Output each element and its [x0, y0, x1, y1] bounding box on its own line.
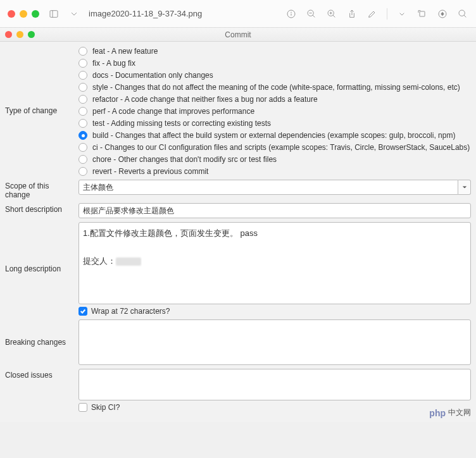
type-radio-label: test - Adding missing tests or correctin…: [92, 119, 271, 128]
info-icon[interactable]: [285, 8, 297, 20]
type-radio-style[interactable]: style - Changes that do not affect the m…: [78, 83, 471, 92]
type-radio-label: feat - A new feature: [92, 47, 158, 56]
type-radio-label: ci - Changes to our CI configuration fil…: [92, 143, 470, 152]
radio-icon[interactable]: [78, 83, 87, 92]
svg-rect-0: [50, 10, 58, 17]
type-radio-ci[interactable]: ci - Changes to our CI configuration fil…: [78, 143, 471, 152]
close-icon[interactable]: [5, 31, 12, 38]
sidebar-toggle-icon[interactable]: [48, 8, 60, 20]
wrap-checkbox[interactable]: [78, 307, 87, 316]
dialog-window-controls[interactable]: [5, 31, 35, 38]
skip-ci-checkbox[interactable]: [78, 403, 87, 412]
short-description-input[interactable]: 根据产品要求修改主题颜色: [78, 203, 471, 218]
commit-form: Type of change feat - A new featurefix -…: [0, 42, 476, 422]
closed-issues-input[interactable]: [78, 369, 471, 400]
type-radio-label: fix - A bug fix: [92, 59, 135, 68]
zoom-in-icon[interactable]: [326, 8, 337, 20]
skip-ci-label: Skip CI?: [91, 403, 120, 412]
breaking-changes-textarea[interactable]: [78, 319, 471, 365]
maximize-icon[interactable]: [28, 31, 35, 38]
long-description-textarea[interactable]: 1.配置文件修改主题颜色，页面发生变更。 pass 提交人：: [78, 222, 471, 304]
watermark: php 中文网: [429, 407, 471, 418]
search-icon[interactable]: [457, 8, 468, 20]
radio-icon[interactable]: [78, 119, 87, 128]
radio-icon[interactable]: [78, 71, 87, 80]
radio-icon[interactable]: [78, 59, 87, 68]
triangle-down-icon: [462, 183, 467, 192]
type-radio-chore[interactable]: chore - Other changes that don't modify …: [78, 155, 471, 164]
type-radio-label: build - Changes that affect the build sy…: [92, 131, 455, 140]
markup-icon[interactable]: [366, 8, 378, 20]
type-of-change-label: Type of change: [5, 46, 78, 176]
short-description-label: Short description: [5, 203, 78, 218]
type-radio-docs[interactable]: docs - Documentation only changes: [78, 71, 471, 80]
minimize-icon[interactable]: [16, 31, 23, 38]
scope-label: Scope of this change: [5, 180, 78, 199]
type-radio-label: revert - Reverts a previous commit: [92, 167, 208, 176]
highlight-icon[interactable]: [437, 8, 448, 20]
breaking-changes-label: Breaking changes: [5, 319, 78, 365]
rotate-icon[interactable]: [416, 8, 428, 20]
close-icon[interactable]: [8, 10, 15, 18]
maximize-icon[interactable]: [32, 10, 39, 18]
radio-icon[interactable]: [78, 167, 87, 176]
type-radio-perf[interactable]: perf - A code change that improves perfo…: [78, 107, 471, 116]
skip-ci-checkbox-row[interactable]: Skip CI?: [78, 403, 471, 412]
type-radio-label: refactor - A code change that neither fi…: [92, 95, 318, 104]
watermark-text: 中文网: [448, 407, 471, 418]
radio-icon[interactable]: [78, 107, 87, 116]
radio-icon[interactable]: [78, 131, 87, 140]
closed-issues-label: Closed issues: [5, 369, 78, 412]
radio-icon[interactable]: [78, 155, 87, 164]
type-radio-label: perf - A code change that improves perfo…: [92, 107, 254, 116]
svg-point-4: [291, 12, 292, 13]
scope-value[interactable]: 主体颜色: [78, 180, 458, 195]
dialog-title: Commit: [0, 30, 476, 39]
type-radio-revert[interactable]: revert - Reverts a previous commit: [78, 167, 471, 176]
share-icon[interactable]: [346, 8, 358, 20]
svg-point-14: [459, 10, 465, 16]
svg-rect-12: [420, 11, 425, 16]
wrap-label: Wrap at 72 characters?: [91, 307, 170, 316]
type-radio-build[interactable]: build - Changes that affect the build sy…: [78, 131, 471, 140]
type-radio-refactor[interactable]: refactor - A code change that neither fi…: [78, 95, 471, 104]
toolbar-filename: image2020-11-18_9-37-34.png: [89, 9, 202, 18]
type-radio-label: chore - Other changes that don't modify …: [92, 155, 277, 164]
preview-toolbar: image2020-11-18_9-37-34.png: [0, 0, 476, 28]
type-radio-fix[interactable]: fix - A bug fix: [78, 59, 471, 68]
scope-select[interactable]: 主体颜色: [78, 180, 471, 195]
svg-line-15: [464, 15, 466, 17]
type-radio-label: docs - Documentation only changes: [92, 71, 213, 80]
type-radio-test[interactable]: test - Adding missing tests or correctin…: [78, 119, 471, 128]
svg-line-6: [313, 15, 315, 17]
type-radio-label: style - Changes that do not affect the m…: [92, 83, 460, 92]
wrap-checkbox-row[interactable]: Wrap at 72 characters?: [78, 307, 471, 316]
commit-dialog-titlebar: Commit: [0, 28, 476, 42]
watermark-brand: php: [429, 408, 446, 418]
type-radio-feat[interactable]: feat - A new feature: [78, 47, 471, 56]
chevron-down-small-icon[interactable]: [396, 8, 408, 20]
scope-dropdown-button[interactable]: [458, 180, 471, 195]
chevron-down-icon[interactable]: [68, 8, 80, 20]
radio-icon[interactable]: [78, 95, 87, 104]
radio-icon[interactable]: [78, 143, 87, 152]
radio-icon[interactable]: [78, 47, 87, 56]
window-controls[interactable]: [8, 10, 39, 18]
redacted-text: [116, 257, 141, 266]
type-of-change-radiogroup: feat - A new featurefix - A bug fixdocs …: [78, 46, 471, 176]
svg-line-9: [333, 15, 335, 17]
long-description-label: Long description: [5, 222, 78, 316]
minimize-icon[interactable]: [20, 10, 27, 18]
zoom-out-icon[interactable]: [306, 8, 317, 20]
